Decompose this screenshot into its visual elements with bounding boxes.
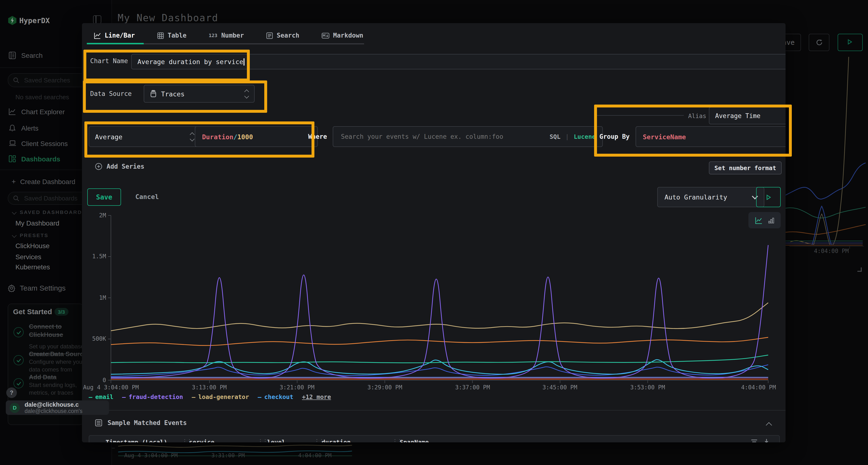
aggregation-select[interactable]: Average <box>89 126 200 147</box>
add-series-button[interactable]: Add Series <box>95 163 145 170</box>
where-search-field[interactable] <box>340 133 545 141</box>
granularity-value: Auto Granularity <box>664 193 753 201</box>
markdown-icon <box>322 33 329 38</box>
group-by-label: Group By <box>599 133 629 140</box>
filter-icon[interactable] <box>751 439 757 442</box>
column-header-timestamp[interactable]: Timestamp (Local) <box>105 438 167 442</box>
add-series-label: Add Series <box>106 163 145 170</box>
user-name: dale@clickhouse.c <box>25 401 83 408</box>
table-icon <box>157 32 164 39</box>
field-expression-input[interactable]: Duration/1000 <box>195 126 318 147</box>
number-123-icon: 123 <box>209 33 217 38</box>
legend-item-fraud-detection[interactable]: —fraud-detection <box>122 393 183 400</box>
select-chevrons-icon <box>190 133 194 140</box>
chart-name-input[interactable]: Average duration by service <box>131 54 785 69</box>
group-by-input[interactable]: ServiceName <box>636 126 785 147</box>
events-table-header: Timestamp (Local) ⋮⋮ service ⋮⋮ level ⋮⋮… <box>89 435 780 442</box>
database-icon <box>150 90 157 97</box>
legend-label: checkout <box>264 393 293 400</box>
tab-label: Table <box>167 32 186 39</box>
set-number-format-button[interactable]: Set number format <box>709 161 782 174</box>
app-root: My New Dashboard Save 4:04:00 P <box>0 0 868 465</box>
legend-swatch: — <box>258 393 261 400</box>
run-chart-button[interactable] <box>756 187 781 207</box>
cancel-button[interactable]: Cancel <box>130 189 164 205</box>
play-icon <box>765 194 772 200</box>
tab-label: Line/Bar <box>105 32 135 39</box>
tab-table[interactable]: Table <box>157 32 186 39</box>
sql-mode-toggle[interactable]: SQL <box>550 133 560 140</box>
data-source-label: Data Source <box>90 90 132 97</box>
legend-swatch: — <box>89 393 92 400</box>
main-chart[interactable] <box>87 210 776 389</box>
x-axis-label: Aug 4 3:04:00 PM <box>82 384 142 391</box>
legend-more-link[interactable]: +12 more <box>302 393 331 400</box>
tab-underline-active <box>87 43 144 44</box>
chart-name-label: Chart Name <box>90 57 128 65</box>
x-axis-label: 3:13:00 PM <box>183 384 236 391</box>
chart-name-value: Average duration by service <box>137 58 243 66</box>
chevron-up-icon[interactable] <box>766 422 772 428</box>
where-label: Where <box>308 133 327 140</box>
download-icon[interactable] <box>763 438 770 442</box>
alias-divider <box>595 115 684 115</box>
y-axis-label: 2M <box>87 212 106 219</box>
user-email: dale@clickhouse.com's <box>25 408 83 414</box>
granularity-select[interactable]: Auto Granularity <box>657 187 764 207</box>
edit-chart-modal: Line/Bar Table 123 Number Search <box>82 23 785 442</box>
tab-label: Number <box>221 32 244 39</box>
mode-divider: | <box>565 133 569 140</box>
sample-events-title: Sample Matched Events <box>107 419 187 427</box>
data-source-value: Traces <box>161 90 241 98</box>
column-header-spanname[interactable]: SpanName <box>400 438 429 442</box>
y-axis-label: 1.5M <box>87 253 106 260</box>
help-button[interactable]: ? <box>6 388 17 398</box>
tab-markdown[interactable]: Markdown <box>322 32 363 39</box>
tab-search[interactable]: Search <box>266 32 300 39</box>
text-cursor <box>244 58 245 65</box>
legend-item-load-generator[interactable]: —load-generator <box>192 393 249 400</box>
avatar: D <box>10 403 20 413</box>
legend-swatch: — <box>192 393 195 400</box>
group-by-value: ServiceName <box>643 133 686 140</box>
chart-legend: —email —fraud-detection —load-generator … <box>89 393 331 400</box>
tab-line-bar[interactable]: Line/Bar <box>94 32 135 39</box>
x-axis-label: 3:21:00 PM <box>271 384 323 391</box>
x-axis-label: 3:45:00 PM <box>533 384 586 391</box>
help-label: ? <box>10 389 13 396</box>
legend-item-email[interactable]: —email <box>89 393 113 400</box>
x-axis-label: 4:04:00 PM <box>732 384 785 391</box>
x-axis-label: 3:37:00 PM <box>446 384 499 391</box>
line-chart-icon <box>94 32 101 39</box>
where-search-input[interactable]: SQL | Lucene <box>333 126 603 147</box>
tab-number[interactable]: 123 Number <box>209 32 244 39</box>
y-axis-label: 0 <box>87 377 106 384</box>
search-list-icon <box>266 32 273 39</box>
column-grip-icon[interactable]: ⋮⋮ <box>257 438 267 442</box>
legend-label: load-generator <box>198 393 249 400</box>
set-number-format-label: Set number format <box>714 164 776 171</box>
column-header-service[interactable]: service <box>189 438 214 442</box>
alias-input[interactable]: Average Time <box>709 107 785 124</box>
sample-events-header[interactable]: Sample Matched Events <box>95 419 187 427</box>
section-divider <box>82 410 785 410</box>
legend-item-checkout[interactable]: —checkout <box>258 393 293 400</box>
chart-type-tabs: Line/Bar Table 123 Number Search <box>94 32 363 39</box>
save-button[interactable]: Save <box>87 189 121 206</box>
save-label: Save <box>96 193 112 201</box>
operator-token: / <box>234 133 237 140</box>
column-header-level[interactable]: level <box>267 438 285 442</box>
lucene-mode-toggle[interactable]: Lucene <box>574 133 595 140</box>
y-axis-label: 1M <box>87 294 106 301</box>
tab-underline-track <box>144 43 364 44</box>
alias-value: Average Time <box>715 112 761 119</box>
data-source-select[interactable]: Traces <box>144 85 255 103</box>
tab-label: Markdown <box>333 32 363 39</box>
legend-label: email <box>95 393 113 400</box>
cancel-label: Cancel <box>135 193 159 200</box>
tab-label: Search <box>277 32 300 39</box>
value-token: 1000 <box>237 133 253 140</box>
legend-swatch: — <box>122 393 126 400</box>
column-header-duration[interactable]: duration <box>322 438 350 442</box>
user-menu[interactable]: D dale@clickhouse.c dale@clickhouse.com'… <box>6 400 109 415</box>
